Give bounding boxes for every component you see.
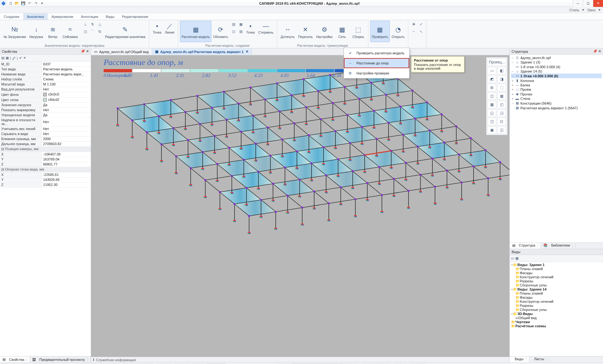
tab-analytics[interactable]: Аналитика	[23, 13, 48, 20]
open-icon[interactable]: 📂	[14, 1, 19, 6]
mini-btn[interactable]: ⤢	[417, 21, 424, 28]
mini-btn[interactable]: ⊥	[82, 21, 89, 28]
tab-views[interactable]: Виды	[510, 356, 529, 362]
tab-annotations[interactable]: Аннотации	[77, 13, 102, 20]
tab-preview[interactable]: 🖼 Предварительный просмотр	[30, 356, 90, 362]
svg-rect-568	[444, 160, 446, 160]
check-button[interactable]: ▦Проверить	[370, 21, 390, 42]
views-tree[interactable]: −📁Виды: Здание 1📁Планы этажей📁Фасады📁Кон…	[510, 262, 603, 356]
properties-grid[interactable]: M_ID6337Тип видаРасчетная модельНазвание…	[0, 62, 91, 356]
tab-create[interactable]: Создание	[0, 13, 23, 20]
line-button[interactable]: ／Линия	[163, 21, 176, 35]
mini-btn[interactable]: ◫	[230, 28, 237, 35]
mini-btn[interactable]: ✥	[410, 21, 417, 28]
view-tool-button[interactable]: ◨	[497, 75, 506, 83]
view-tool-button[interactable]: ◫	[487, 92, 496, 100]
mesh-button[interactable]: ▦Сеть	[334, 21, 350, 42]
tab-properties[interactable]: ▤ Свойства	[0, 356, 30, 362]
viewport[interactable]: Расстояние до опор, м 00.701.412.112.823…	[91, 55, 509, 357]
view-tool-button[interactable]: ⬚	[497, 84, 506, 91]
tab-structure[interactable]: ▤ Структура	[510, 243, 541, 249]
svg-point-60	[170, 99, 172, 101]
mini-btn[interactable]: ⇆	[96, 28, 103, 35]
tab-views[interactable]: Виды	[102, 13, 118, 20]
mini-btn[interactable]: ⤡	[417, 28, 424, 35]
view-tool-button[interactable]: ◩	[487, 75, 496, 83]
svg-rect-117	[382, 84, 383, 84]
assemble-button[interactable]: ⬚Сборка	[350, 21, 366, 42]
tab-edit[interactable]: Редактирование	[118, 13, 152, 20]
seismic-button[interactable]: ≈Сейсмика	[61, 21, 79, 42]
panel-pin-icon[interactable]: 📌 ✕	[81, 49, 89, 53]
menu-check-settings[interactable]: ⚙Настройки проверки	[344, 68, 409, 78]
menu-check-model[interactable]: ✔Проверить расчетную модель	[344, 48, 409, 58]
view-tool-button[interactable]: ◳	[487, 118, 496, 125]
view-tool-button[interactable]: ▦	[497, 92, 506, 100]
qat-more-icon[interactable]: ▾	[40, 1, 45, 6]
settings-button[interactable]: ⚙Настройки	[315, 21, 334, 42]
svg-rect-139	[185, 129, 187, 130]
point-button[interactable]: •Точка	[151, 21, 163, 35]
view-tool-button[interactable]: ▣	[487, 126, 496, 134]
tab-sheets[interactable]: Листы	[529, 356, 550, 362]
mini-btn[interactable]: ⌒	[89, 28, 96, 35]
view-tool-button[interactable]: ◰	[497, 101, 506, 108]
load-case-number-button[interactable]: №№ Загружения	[2, 21, 28, 42]
views-tool-icon[interactable]: ▭	[511, 256, 514, 260]
tab-reinforcement[interactable]: Армирование	[48, 13, 77, 20]
bar-button[interactable]: —Стержень	[257, 21, 275, 35]
minimize-button[interactable]: ─	[573, 0, 583, 7]
view-tool-button[interactable]: ⊡	[497, 118, 506, 125]
prop-tool-icon[interactable]: ▦	[6, 56, 9, 60]
open-model-button[interactable]: ◔Открыть	[390, 21, 406, 42]
vtb-tab[interactable]: Проекц...	[487, 58, 506, 66]
redo-icon[interactable]: ↷	[33, 1, 38, 6]
extend-button[interactable]: ↔Дотянуть	[279, 21, 296, 42]
undo-icon[interactable]: ↶	[27, 1, 32, 6]
mini-btn[interactable]: ⇅	[89, 21, 96, 28]
menu-window[interactable]: Окно	[587, 8, 595, 12]
maximize-button[interactable]: ◻	[583, 0, 593, 7]
svg-line-624	[406, 159, 432, 163]
view-tool-button[interactable]: ⊞	[487, 84, 496, 91]
prop-tool-icon[interactable]: 🖉	[12, 56, 16, 60]
view-tool-button[interactable]: ▩	[487, 101, 496, 108]
view-tool-button[interactable]: ◫	[497, 126, 506, 134]
prop-tool-icon[interactable]: ✔	[19, 56, 22, 60]
view-tool-button[interactable]: ◧	[497, 67, 506, 74]
model-button[interactable]: ▦Расчетная модель	[180, 21, 211, 42]
mini-btn[interactable]: ◫	[82, 28, 89, 35]
menu-style[interactable]: Стиль	[569, 8, 579, 12]
view-tool-button[interactable]: ◲	[497, 109, 506, 117]
load-button[interactable]: ↓Нагрузка	[28, 21, 45, 42]
save-icon[interactable]: 💾	[21, 1, 26, 6]
tab-libraries[interactable]: 📚 Библиотеки	[541, 243, 576, 249]
panel-pin-icon[interactable]: 📌 ✕	[593, 49, 601, 53]
update-button[interactable]: ⟳Обновить	[212, 21, 230, 42]
svg-line-169	[318, 91, 333, 103]
svg-rect-567	[443, 160, 444, 160]
doc-tab[interactable]: ▭Адлер_молл.ifc.spf:Общий вид	[91, 48, 152, 55]
views-tool-icon[interactable]: ▦	[515, 256, 519, 260]
mini-btn[interactable]: ▦	[237, 21, 244, 28]
wind-button[interactable]: ≋Ветер	[45, 21, 61, 42]
close-button[interactable]: ✕	[593, 0, 603, 7]
mini-btn[interactable]: ↔	[410, 28, 417, 35]
intersect-button[interactable]: ✕Пересечь	[296, 21, 314, 42]
mesh-icon: ▦	[337, 24, 348, 35]
mini-btn[interactable]: ▥	[230, 21, 237, 28]
mini-btn[interactable]: △	[96, 21, 103, 28]
structure-tree[interactable]: −🗋Адлер_молл.ifc.spf−⌂Здание 1 (3)▭1-й э…	[510, 55, 603, 242]
view-tool-button[interactable]: ◱	[487, 109, 496, 117]
edit-analytics-button[interactable]: ✎Редактируемая аналитика	[104, 21, 147, 42]
doc-tab[interactable]: ▦Адлер_молл.ifc.spf:Расчетная модель вар…	[152, 48, 252, 55]
prop-tool-icon[interactable]: ✕	[23, 56, 26, 60]
svg-point-606	[325, 174, 327, 176]
menu-distance-to-supports[interactable]: ↔Расстояние до опор	[344, 58, 409, 68]
view-tool-button[interactable]: ▭	[487, 67, 496, 74]
prop-tool-icon[interactable]: ▤	[1, 56, 4, 60]
point2-button[interactable]: •Точка	[245, 21, 257, 35]
new-icon[interactable]: 🗋	[8, 1, 13, 6]
mini-btn[interactable]: ▧	[237, 28, 244, 35]
close-tab-icon[interactable]: ✕	[246, 50, 248, 54]
